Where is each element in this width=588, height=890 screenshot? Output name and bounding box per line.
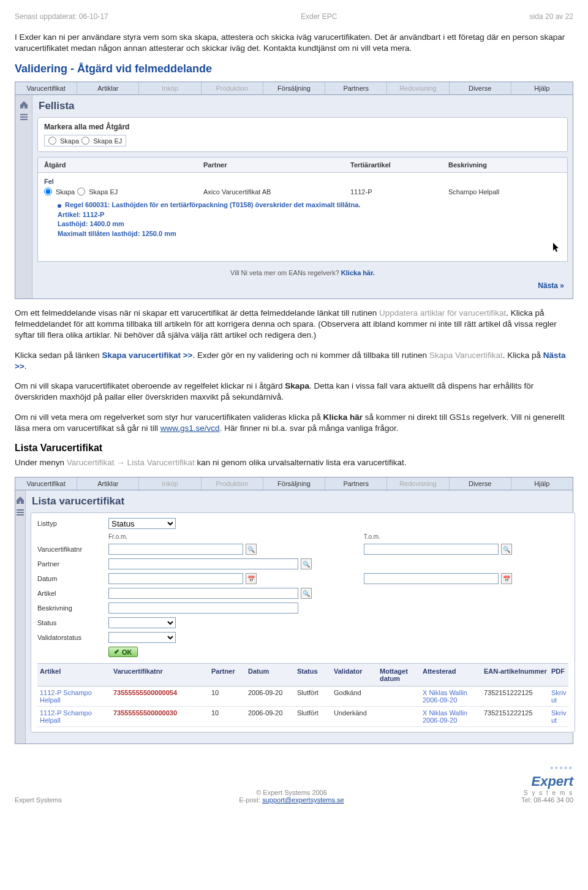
search-icon[interactable]: 🔍 [301,588,312,599]
list-icon[interactable] [19,112,29,121]
radio-skapaej-all[interactable] [81,137,89,145]
input-partner[interactable] [108,558,298,569]
menu-varucertifikat[interactable]: Varucertifikat [15,82,77,94]
select-status[interactable] [108,617,176,628]
select-listtyp[interactable]: Status [108,518,176,529]
calendar-icon[interactable]: 📅 [246,573,257,584]
footer-email-link[interactable]: support@expertsystems.se [262,796,344,804]
menu-inköp: Inköp [139,477,201,490]
input-datum-from[interactable] [108,573,243,584]
search-icon[interactable]: 🔍 [246,544,257,555]
table-row: 1112-P Schampo Helpall735555555000000301… [37,707,568,727]
menu-produktion: Produktion [202,477,263,490]
nasta-link[interactable]: Nästa » [37,279,568,292]
menu-partners[interactable]: Partners [325,477,387,490]
lbl-vcn: Varucertifikatnr [37,546,105,553]
search-icon[interactable]: 🔍 [301,558,312,569]
radio-row-skapaej[interactable] [77,188,85,196]
cell-tertiar: 1112-P [350,188,448,196]
rh-stat[interactable]: Status [297,668,334,682]
input-datum-to[interactable] [364,573,499,584]
radio-row-skapa[interactable] [44,188,52,196]
cell-pdf[interactable]: Skriv ut [551,709,566,724]
markera-label: Markera alla med Åtgärd [44,123,561,131]
cell-att: X Niklas Wallin 2006-09-20 [423,689,484,704]
menu-varucertifikat[interactable]: Varucertifikat [15,477,77,490]
menubar: VarucertifikatArtiklarInköpProduktionFör… [15,82,573,95]
rh-ptr[interactable]: Partner [211,668,248,682]
input-vcn-to[interactable] [364,544,499,555]
rh-date[interactable]: Datum [248,668,297,682]
cell-art[interactable]: 1112-P Schampo Helpall [40,689,113,704]
klicka-har-link[interactable]: Klicka här. [341,269,375,276]
rh-pdf[interactable]: PDF [551,668,566,682]
col-atgard: Åtgärd [44,161,203,169]
cell-art[interactable]: 1112-P Schampo Helpall [40,709,113,724]
menu-hjälp[interactable]: Hjälp [511,477,573,490]
cell-stat: Slutfört [297,689,334,704]
menu-hjälp[interactable]: Hjälp [511,82,573,94]
cell-date: 2006-09-20 [248,709,297,724]
cell-vcn[interactable]: 73555555500000054 [113,689,211,704]
sidebar [15,95,32,299]
gs1-link[interactable]: www.gs1.se/vcd [160,424,220,433]
err-max: Maximalt tillåten lasthöjd: 1250.0 mm [58,229,561,238]
search-icon[interactable]: 🔍 [501,544,512,555]
menu-försäljning[interactable]: Försäljning [263,82,325,94]
cell-stat: Slutfört [297,709,334,724]
rh-att[interactable]: Attesterad [423,668,484,682]
cell-val: Underkänd [334,709,380,724]
cell-mott [380,709,423,724]
menu-diverse[interactable]: Diverse [450,477,511,490]
header-left: Senast uppdaterat: 06-10-17 [15,12,108,21]
rh-mott[interactable]: Mottaget datum [380,668,423,682]
lbl-artikel: Artikel [37,590,105,597]
menu-försäljning[interactable]: Försäljning [263,477,325,490]
lbl-besk: Beskrivning [37,604,105,612]
lbl-tom: T.o.m. [364,533,380,540]
menu-redovisning: Redovisning [387,477,449,490]
intro-paragraph: I Exder kan ni per användare styra vem s… [15,32,573,54]
menu-produktion: Produktion [202,82,263,94]
cell-val: Godkänd [334,689,380,704]
cell-ean: 7352151222125 [484,709,551,724]
header-right: sida 20 av 22 [530,12,573,21]
rh-vcn[interactable]: Varucertifikatnr [113,668,211,682]
col-tertiar: Tertiärartikel [350,161,448,169]
footer-left: Expert Systems [15,796,62,804]
input-besk[interactable] [108,603,298,614]
col-besk: Beskrivning [448,161,561,169]
cell-pdf[interactable]: Skriv ut [551,689,566,704]
lbl-valstat: Validatorstatus [37,634,105,641]
lista-intro: Under menyn Varucertifikat → Lista Varuc… [15,457,573,468]
sidebar-2 [15,490,26,744]
radio-skapaej-all-label: Skapa EJ [93,137,122,145]
input-artikel[interactable] [108,588,298,599]
rh-ean[interactable]: EAN-artikelnummer [484,668,551,682]
err-lh: Lasthöjd: 1400.0 mm [58,219,561,229]
radio-skapa-all[interactable] [48,137,56,145]
panel-title-fellista: Fellista [37,97,568,117]
footer-tel: Tel: 08-446 34 00 [521,796,573,804]
header-center: Exder EPC [301,12,337,21]
radio-row-skapa-label: Skapa [56,188,75,196]
rh-val[interactable]: Validator [334,668,380,682]
rh-art[interactable]: Artikel [40,668,113,682]
section-validering-title: Validering - Åtgärd vid felmeddelande [15,63,573,75]
lbl-status: Status [37,619,105,626]
home-icon-2[interactable] [15,495,25,504]
menu-artiklar[interactable]: Artiklar [77,477,139,490]
err-art: Artikel: 1112-P [58,210,561,219]
footer-copyright: © Expert Systems 2006 [62,789,521,796]
cell-vcn[interactable]: 73555555500000030 [113,709,211,724]
menu-partners[interactable]: Partners [325,82,387,94]
calendar-icon[interactable]: 📅 [501,573,512,584]
home-icon[interactable] [19,100,29,108]
select-valstat[interactable] [108,632,176,643]
ok-button[interactable]: ✔ OK [108,647,138,657]
menu-diverse[interactable]: Diverse [450,82,511,94]
input-vcn-from[interactable] [108,544,243,555]
menu-artiklar[interactable]: Artiklar [77,82,139,94]
list-icon-2[interactable] [15,508,25,516]
section-lista-title: Lista Varucertifikat [15,443,573,454]
